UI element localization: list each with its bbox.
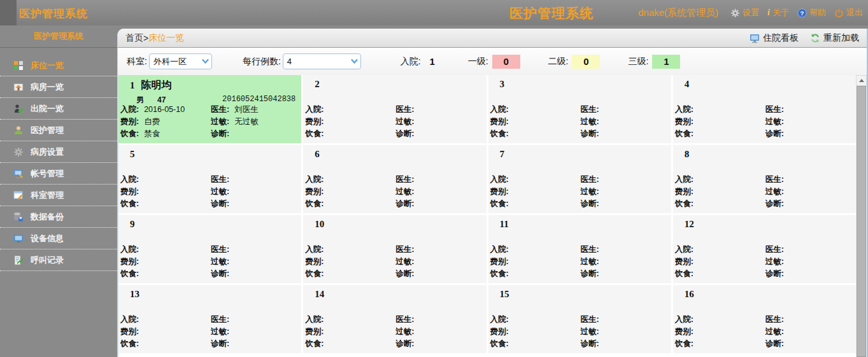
sidebar-item-device-info[interactable]: 设备信息	[0, 228, 117, 249]
field-diagnosis: 诊断:	[765, 128, 854, 140]
bed-card-13[interactable]: 13入院:医生:费别:过敏:饮食:诊断:	[118, 285, 301, 353]
field-doctor: 医生:	[581, 174, 669, 186]
field-doctor: 医生:	[211, 314, 299, 326]
field-label: 诊断:	[581, 128, 599, 140]
sidebar-item-data-backup[interactable]: 数据备份	[0, 206, 117, 228]
vertical-scrollbar[interactable]	[856, 75, 867, 357]
refresh-icon	[810, 33, 820, 43]
field-diet: 饮食:	[305, 198, 395, 210]
patient-name: 陈明均	[141, 79, 172, 92]
bed-card-5[interactable]: 5入院:医生:费别:过敏:饮食:诊断:	[118, 145, 301, 213]
bed-card-10[interactable]: 10入院:医生:费别:过敏:饮食:诊断:	[303, 215, 486, 283]
field-label: 入院:	[305, 314, 324, 326]
field-admission: 入院:	[675, 314, 765, 326]
field-label: 费别:	[675, 186, 694, 198]
field-doctor: 医生:	[581, 104, 669, 116]
field-diagnosis: 诊断:	[395, 198, 484, 210]
field-admission: 入院:	[675, 104, 765, 116]
field-row: 入院:医生:	[305, 244, 484, 256]
gear-icon	[13, 147, 24, 157]
bed-card-2[interactable]: 2入院:医生:费别:过敏:饮食:诊断:	[303, 75, 486, 143]
field-label: 费别:	[675, 326, 694, 338]
content-panel: 首页 > 床位一览 住院看板 重新加载 科室: 外科一区 每行例数:	[117, 29, 868, 357]
bed-card-11[interactable]: 11入院:医生:费别:过敏:饮食:诊断:	[488, 215, 671, 283]
bed-card-7[interactable]: 7入院:医生:费别:过敏:饮食:诊断:	[488, 145, 671, 213]
field-doctor: 医生:	[765, 104, 854, 116]
field-diagnosis: 诊断:	[765, 338, 854, 350]
bed-card-head: 7	[500, 149, 505, 160]
field-label: 入院:	[490, 314, 509, 326]
settings-button[interactable]: 设置	[730, 7, 759, 18]
bed-card-4[interactable]: 4入院:医生:费别:过敏:饮食:诊断:	[673, 75, 856, 143]
field-fee: 费别:	[675, 116, 765, 128]
field-label: 诊断:	[395, 268, 414, 280]
app-title: 医护管理系统	[19, 6, 88, 21]
bed-card-16[interactable]: 16入院:医生:费别:过敏:饮食:诊断:	[673, 285, 856, 353]
field-row: 饮食:诊断:	[675, 268, 854, 280]
top-header: 医护管理系统 医护管理系统 dnake(系统管理员) 设置 i 关于 ? 帮助 …	[0, 0, 868, 25]
field-allergy: 过敏:	[211, 186, 299, 198]
help-button[interactable]: ? 帮助	[797, 7, 826, 18]
bed-card-6[interactable]: 6入院:医生:费别:过敏:饮食:诊断:	[303, 145, 486, 213]
per-row-select[interactable]: 4	[283, 53, 361, 69]
field-row: 饮食:诊断:	[305, 128, 484, 140]
discharge-person-icon	[13, 104, 24, 114]
sidebar-item-beds-overview[interactable]: 床位一览	[0, 55, 117, 76]
sidebar-item-account-management[interactable]: 帐号管理	[0, 163, 117, 185]
sidebar-item-staff-management[interactable]: 医护管理	[0, 120, 117, 141]
bed-card-14[interactable]: 14入院:医生:费别:过敏:饮食:诊断:	[303, 285, 486, 353]
staff-person-icon	[13, 125, 24, 136]
field-label: 诊断:	[211, 128, 229, 140]
bed-number: 16	[685, 289, 694, 300]
field-label: 饮食:	[305, 198, 324, 210]
field-row: 入院:医生:	[490, 174, 669, 186]
field-row: 费别:过敏:	[675, 186, 854, 198]
bed-card-15[interactable]: 15入院:医生:费别:过敏:饮食:诊断:	[488, 285, 671, 353]
sidebar-item-department-management[interactable]: 科室管理	[0, 185, 117, 206]
inpatient-board-button[interactable]: 住院看板	[750, 32, 799, 44]
bed-card-3[interactable]: 3入院:医生:费别:过敏:饮食:诊断:	[488, 75, 671, 143]
field-row: 饮食:诊断:	[120, 268, 299, 280]
bed-card-1[interactable]: 1陈明均2016052415042838男47入院:2016-05-10医生:刘…	[118, 75, 301, 143]
field-row: 入院:医生:	[120, 244, 299, 256]
field-label: 医生:	[581, 174, 599, 186]
bed-card-8[interactable]: 8入院:医生:费别:过敏:饮食:诊断:	[673, 145, 856, 213]
header-menu: dnake(系统管理员) 设置 i 关于 ? 帮助 退出	[638, 0, 863, 25]
sidebar-item-label: 床位一览	[31, 60, 64, 71]
scroll-up-button[interactable]	[856, 75, 867, 86]
field-admission: 入院:	[490, 244, 581, 256]
field-label: 过敏:	[765, 116, 784, 128]
sidebar-item-ward-settings[interactable]: 病房设置	[0, 141, 117, 163]
sidebar-item-discharge-overview[interactable]: 出院一览	[0, 98, 117, 120]
field-label: 费别:	[305, 116, 324, 128]
reload-button[interactable]: 重新加载	[810, 32, 859, 44]
field-label: 过敏:	[211, 186, 229, 198]
sidebar-item-wards-overview[interactable]: 病房一览	[0, 76, 117, 98]
bed-card-head: 6	[315, 149, 320, 160]
field-row: 费别:过敏:	[120, 186, 299, 198]
field-label: 诊断:	[395, 338, 414, 350]
field-diagnosis: 诊断:	[211, 128, 299, 140]
sidebar-item-label: 数据备份	[31, 211, 64, 223]
field-allergy: 过敏:	[395, 186, 484, 198]
bed-card-12[interactable]: 12入院:医生:费别:过敏:饮食:诊断:	[673, 215, 856, 283]
field-diet: 饮食:	[490, 198, 581, 210]
field-fee: 费别:	[490, 256, 581, 268]
bed-number: 9	[130, 219, 135, 230]
bed-card-9[interactable]: 9入院:医生:费别:过敏:饮食:诊断:	[118, 215, 301, 283]
field-value: 2016-05-10	[144, 104, 185, 116]
field-label: 医生:	[211, 314, 229, 326]
bed-number: 13	[130, 289, 139, 300]
about-button[interactable]: i 关于	[767, 7, 789, 18]
stat-2: 二级:0	[548, 55, 601, 69]
sidebar-item-call-records[interactable]: 呼叫记录	[0, 249, 117, 271]
field-label: 饮食:	[305, 268, 324, 280]
field-value: 禁食	[144, 128, 160, 140]
scrollbar-thumb[interactable]	[857, 86, 866, 357]
field-label: 过敏:	[765, 256, 784, 268]
logout-button[interactable]: 退出	[834, 7, 863, 18]
dept-select[interactable]: 外科一区	[149, 53, 212, 69]
breadcrumb-home[interactable]: 首页	[125, 32, 143, 44]
logout-label: 退出	[846, 7, 863, 18]
main-area: 首页 > 床位一览 住院看板 重新加载 科室: 外科一区 每行例数:	[117, 25, 868, 357]
